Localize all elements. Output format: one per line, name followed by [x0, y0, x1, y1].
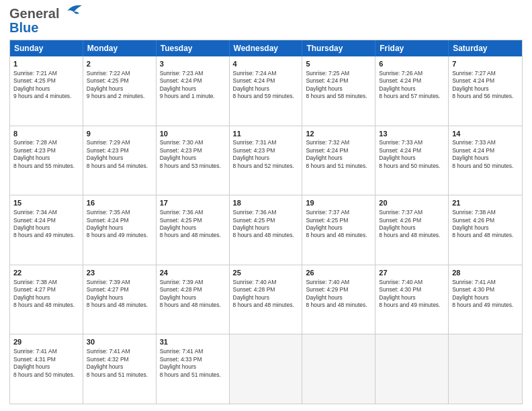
daylight-value: 8 hours and 59 minutes.	[233, 93, 294, 99]
calendar-cell: 4Sunrise: 7:24 AMSunset: 4:24 PMDaylight…	[230, 56, 303, 126]
sunrise-label: Sunrise: 7:39 AM	[160, 279, 204, 285]
daylight-label: Daylight hours	[160, 224, 196, 231]
calendar-body: 1Sunrise: 7:21 AMSunset: 4:25 PMDaylight…	[10, 56, 522, 404]
sunset-label: Sunset: 4:23 PM	[160, 147, 202, 154]
calendar-cell: 13Sunrise: 7:33 AMSunset: 4:24 PMDayligh…	[375, 126, 449, 195]
daylight-value: 8 hours and 48 minutes.	[233, 232, 294, 238]
daylight-value: 8 hours and 48 minutes.	[160, 232, 221, 238]
calendar-cell: 30Sunrise: 7:41 AMSunset: 4:32 PMDayligh…	[83, 334, 157, 404]
sunset-label: Sunset: 4:28 PM	[233, 286, 275, 293]
day-number: 4	[233, 59, 299, 69]
calendar-cell: 9Sunrise: 7:29 AMSunset: 4:23 PMDaylight…	[83, 126, 157, 195]
daylight-value: 8 hours and 53 minutes.	[160, 163, 221, 169]
daylight-value: 8 hours and 48 minutes.	[452, 232, 513, 238]
day-number: 31	[160, 337, 226, 347]
calendar-cell: 25Sunrise: 7:40 AMSunset: 4:28 PMDayligh…	[230, 265, 303, 334]
sunset-label: Sunset: 4:33 PM	[160, 356, 202, 363]
sunset-label: Sunset: 4:24 PM	[452, 77, 494, 84]
sunset-label: Sunset: 4:25 PM	[87, 77, 129, 84]
daylight-label: Daylight hours	[233, 294, 269, 301]
daylight-label: Daylight hours	[452, 294, 488, 301]
sunrise-label: Sunrise: 7:41 AM	[160, 348, 204, 355]
daylight-value: 8 hours and 48 minutes.	[379, 232, 440, 238]
daylight-label: Daylight hours	[13, 294, 50, 301]
sunrise-label: Sunrise: 7:36 AM	[160, 209, 204, 216]
daylight-label: Daylight hours	[160, 294, 196, 301]
day-number: 10	[160, 129, 226, 139]
daylight-value: 8 hours and 58 minutes.	[306, 93, 367, 99]
day-number: 3	[160, 59, 226, 69]
sunrise-label: Sunrise: 7:22 AM	[87, 70, 130, 77]
calendar-cell: 2Sunrise: 7:22 AMSunset: 4:25 PMDaylight…	[83, 56, 157, 126]
daylight-value: 8 hours and 49 minutes.	[87, 232, 148, 238]
sunset-label: Sunset: 4:24 PM	[87, 217, 129, 224]
day-number: 1	[13, 59, 79, 69]
daylight-value: 8 hours and 52 minutes.	[233, 163, 294, 169]
sunset-label: Sunset: 4:26 PM	[452, 217, 494, 224]
col-saturday: Saturday	[449, 40, 522, 56]
calendar-cell: 31Sunrise: 7:41 AMSunset: 4:33 PMDayligh…	[157, 334, 230, 404]
day-number: 21	[452, 198, 519, 208]
sunrise-label: Sunrise: 7:32 AM	[306, 139, 349, 146]
daylight-value: 8 hours and 54 minutes.	[87, 163, 148, 169]
day-number: 13	[379, 129, 445, 139]
calendar: Sunday Monday Tuesday Wednesday Thursday…	[9, 40, 523, 404]
sunrise-label: Sunrise: 7:33 AM	[379, 139, 423, 146]
sunset-label: Sunset: 4:25 PM	[13, 77, 56, 84]
calendar-row-1: 1Sunrise: 7:21 AMSunset: 4:25 PMDaylight…	[10, 56, 522, 126]
day-number: 20	[379, 198, 445, 208]
calendar-cell	[230, 334, 303, 404]
sunset-label: Sunset: 4:27 PM	[87, 286, 129, 293]
calendar-cell: 12Sunrise: 7:32 AMSunset: 4:24 PMDayligh…	[302, 126, 375, 195]
daylight-label: Daylight hours	[452, 224, 488, 231]
calendar-row-5: 29Sunrise: 7:41 AMSunset: 4:31 PMDayligh…	[10, 334, 522, 404]
daylight-label: Daylight hours	[13, 224, 50, 231]
sunset-label: Sunset: 4:24 PM	[306, 77, 348, 84]
daylight-value: 8 hours and 48 minutes.	[160, 302, 221, 308]
sunrise-label: Sunrise: 7:29 AM	[87, 139, 130, 146]
day-number: 6	[379, 59, 445, 69]
page: General Blue Sunday Monday Tuesday	[0, 0, 532, 411]
logo: General Blue	[9, 7, 82, 36]
calendar-cell	[375, 334, 449, 404]
calendar-row-3: 15Sunrise: 7:34 AMSunset: 4:24 PMDayligh…	[10, 195, 522, 265]
calendar-cell: 8Sunrise: 7:28 AMSunset: 4:23 PMDaylight…	[10, 126, 83, 195]
calendar-cell: 20Sunrise: 7:37 AMSunset: 4:26 PMDayligh…	[375, 195, 449, 265]
daylight-label: Daylight hours	[13, 363, 50, 370]
sunrise-label: Sunrise: 7:30 AM	[160, 139, 204, 146]
daylight-label: Daylight hours	[306, 224, 342, 231]
daylight-label: Daylight hours	[13, 154, 50, 161]
daylight-label: Daylight hours	[306, 85, 342, 92]
sunset-label: Sunset: 4:24 PM	[13, 217, 56, 224]
col-tuesday: Tuesday	[157, 40, 230, 56]
day-number: 27	[379, 268, 445, 278]
daylight-value: 8 hours and 49 minutes.	[379, 302, 440, 308]
day-number: 28	[452, 268, 519, 278]
calendar-cell: 22Sunrise: 7:38 AMSunset: 4:27 PMDayligh…	[10, 265, 83, 334]
calendar-cell: 21Sunrise: 7:38 AMSunset: 4:26 PMDayligh…	[449, 195, 522, 265]
calendar-cell	[302, 334, 375, 404]
sunset-label: Sunset: 4:23 PM	[87, 147, 129, 154]
calendar-header: Sunday Monday Tuesday Wednesday Thursday…	[10, 40, 522, 56]
sunrise-label: Sunrise: 7:25 AM	[306, 70, 349, 77]
calendar-cell: 14Sunrise: 7:33 AMSunset: 4:24 PMDayligh…	[449, 126, 522, 195]
day-number: 24	[160, 268, 226, 278]
sunrise-label: Sunrise: 7:40 AM	[306, 279, 349, 285]
sunset-label: Sunset: 4:29 PM	[306, 286, 348, 293]
calendar-cell: 27Sunrise: 7:40 AMSunset: 4:30 PMDayligh…	[375, 265, 449, 334]
logo-text: General	[9, 7, 59, 20]
sunset-label: Sunset: 4:30 PM	[379, 286, 421, 293]
day-number: 16	[87, 198, 152, 208]
daylight-value: 8 hours and 51 minutes.	[306, 163, 367, 169]
daylight-value: 8 hours and 50 minutes.	[379, 163, 440, 169]
daylight-value: 9 hours and 2 minutes.	[87, 93, 144, 99]
daylight-label: Daylight hours	[306, 154, 342, 161]
daylight-value: 8 hours and 57 minutes.	[379, 93, 440, 99]
calendar-cell: 5Sunrise: 7:25 AMSunset: 4:24 PMDaylight…	[302, 56, 375, 126]
col-thursday: Thursday	[302, 40, 375, 56]
sunrise-label: Sunrise: 7:36 AM	[233, 209, 277, 216]
daylight-label: Daylight hours	[160, 85, 196, 92]
logo-general: General	[9, 6, 59, 21]
daylight-label: Daylight hours	[233, 85, 269, 92]
daylight-label: Daylight hours	[87, 154, 123, 161]
